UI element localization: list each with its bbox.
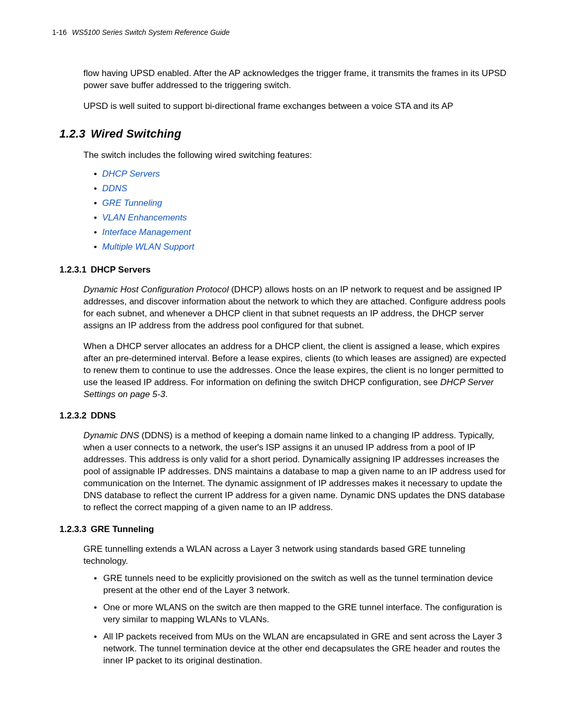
list-item: DDNS xyxy=(94,181,511,196)
body-text: (DDNS) is a method of keeping a domain n… xyxy=(83,430,506,512)
list-item: All IP packets received from MUs on the … xyxy=(94,631,511,667)
heading-ddns: 1.2.3.2DDNS xyxy=(59,411,511,421)
body-paragraph: The switch includes the following wired … xyxy=(83,150,511,162)
heading-number: 1.2.3 xyxy=(59,127,85,140)
page-content: 1-16 WS5100 Series Switch System Referen… xyxy=(0,0,563,703)
body-paragraph: GRE tunnelling extends a WLAN across a L… xyxy=(83,544,511,567)
body-paragraph: UPSD is well suited to support bi-direct… xyxy=(83,101,511,113)
heading-dhcp-servers: 1.2.3.1DHCP Servers xyxy=(59,265,511,275)
link-ddns[interactable]: DDNS xyxy=(102,183,127,193)
feature-link-list: DHCP Servers DDNS GRE Tunneling VLAN Enh… xyxy=(94,167,511,254)
term: Dynamic DNS xyxy=(83,430,139,440)
heading-number: 1.2.3.2 xyxy=(59,411,87,421)
link-vlan-enhancements[interactable]: VLAN Enhancements xyxy=(102,213,187,223)
list-item: GRE tunnels need to be explicitly provis… xyxy=(94,573,511,597)
body-paragraph: flow having UPSD enabled. After the AP a… xyxy=(83,68,511,92)
list-item: Interface Management xyxy=(94,225,511,240)
body-text: . xyxy=(165,389,168,399)
heading-number: 1.2.3.3 xyxy=(59,524,87,534)
heading-text: DHCP Servers xyxy=(91,265,151,275)
list-item: DHCP Servers xyxy=(94,167,511,181)
heading-text: Wired Switching xyxy=(91,127,181,140)
link-dhcp-servers[interactable]: DHCP Servers xyxy=(102,169,160,179)
running-header: 1-16 WS5100 Series Switch System Referen… xyxy=(52,28,511,36)
link-multiple-wlan-support[interactable]: Multiple WLAN Support xyxy=(102,242,194,252)
body-paragraph: When a DHCP server allocates an address … xyxy=(83,341,511,401)
gre-bullet-list: GRE tunnels need to be explicitly provis… xyxy=(94,573,511,667)
list-item: GRE Tunneling xyxy=(94,196,511,211)
body-paragraph: Dynamic DNS (DDNS) is a method of keepin… xyxy=(83,430,511,514)
heading-wired-switching: 1.2.3Wired Switching xyxy=(59,127,511,141)
doc-title: WS5100 Series Switch System Reference Gu… xyxy=(72,28,230,36)
body-paragraph: Dynamic Host Configuration Protocol (DHC… xyxy=(83,284,511,332)
heading-text: DDNS xyxy=(91,411,116,421)
link-interface-management[interactable]: Interface Management xyxy=(102,227,191,237)
page-number: 1-16 xyxy=(52,28,67,36)
list-item: VLAN Enhancements xyxy=(94,211,511,225)
heading-text: GRE Tunneling xyxy=(91,524,154,534)
link-gre-tunneling[interactable]: GRE Tunneling xyxy=(102,198,162,208)
heading-number: 1.2.3.1 xyxy=(59,265,87,275)
heading-gre-tunneling: 1.2.3.3GRE Tunneling xyxy=(59,524,511,535)
list-item: Multiple WLAN Support xyxy=(94,240,511,254)
list-item: One or more WLANS on the switch are then… xyxy=(94,602,511,626)
term: Dynamic Host Configuration Protocol xyxy=(83,285,229,294)
